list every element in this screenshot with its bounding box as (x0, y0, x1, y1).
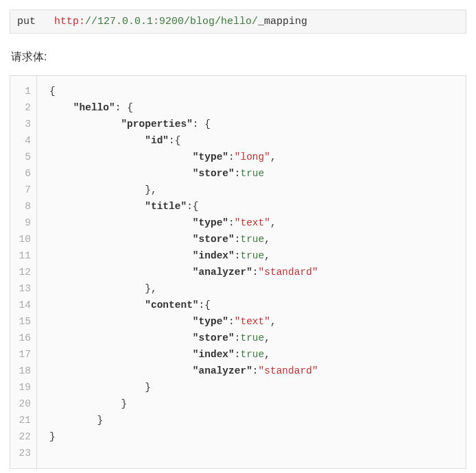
code-token: "text" (235, 217, 270, 228)
line-number: 2 (10, 99, 36, 116)
code-line: "store":true, (49, 231, 466, 247)
code-token: }, (49, 184, 157, 195)
code-token: :{ (169, 135, 180, 146)
line-number: 16 (10, 330, 36, 346)
code-token (49, 332, 193, 343)
code-token: } (49, 398, 127, 409)
code-token: "type" (193, 316, 228, 327)
code-line: { (49, 83, 466, 99)
code-token: } (49, 382, 151, 393)
code-token: "content" (145, 300, 198, 311)
code-token: : (252, 267, 259, 278)
code-token: "type" (193, 217, 228, 228)
code-line: "store":true (49, 165, 466, 182)
code-line: } (49, 428, 466, 445)
line-number: 14 (10, 297, 36, 313)
code-token: , (270, 217, 276, 228)
code-token (49, 135, 145, 146)
code-token (49, 102, 73, 113)
line-number: 21 (10, 412, 36, 428)
code-token: "index" (193, 349, 235, 360)
code-token: } (49, 431, 56, 442)
code-token: "long" (235, 151, 270, 162)
code-line: "index":true, (49, 247, 466, 264)
code-line: "title":{ (49, 198, 466, 215)
line-number: 23 (10, 445, 36, 461)
code-token: , (264, 349, 270, 360)
code-token: true (240, 332, 264, 343)
url-path: //127.0.0.1:9200/blog/hello/ (85, 16, 258, 27)
line-number: 5 (10, 149, 36, 165)
code-line: } (49, 379, 466, 396)
code-line: "analyzer":"standard" (49, 363, 466, 379)
code-token: "standard" (259, 365, 318, 376)
line-number: 20 (10, 396, 36, 412)
url-suffix: _mapping (258, 16, 307, 27)
code-token: "standard" (259, 267, 318, 278)
code-token (49, 168, 193, 179)
code-line: } (49, 412, 466, 428)
code-token: true (240, 349, 264, 360)
code-line: "index":true, (49, 346, 466, 363)
code-token: "properties" (121, 119, 192, 130)
code-token: , (270, 316, 276, 327)
gap (36, 16, 54, 27)
code-token (49, 217, 193, 228)
code-token: "store" (193, 168, 235, 179)
code-token: } (49, 415, 103, 426)
code-token: "title" (145, 201, 187, 212)
line-number: 19 (10, 379, 36, 396)
code-token: }, (49, 283, 157, 294)
code-token (49, 267, 193, 278)
line-number: 10 (10, 231, 36, 247)
line-number: 6 (10, 165, 36, 182)
code-token: true (240, 168, 264, 179)
code-line: "content":{ (49, 297, 466, 313)
code-token: :{ (199, 300, 211, 311)
line-number: 7 (10, 182, 36, 198)
code-token: : { (115, 102, 133, 113)
code-line: }, (49, 280, 466, 297)
code-content[interactable]: { "hello": { "properties": { "id":{ "typ… (37, 76, 466, 468)
code-token (49, 119, 121, 130)
code-token: : (228, 217, 235, 228)
code-line: "store":true, (49, 330, 466, 346)
code-token: true (240, 250, 264, 261)
code-token (49, 300, 145, 311)
code-token (49, 151, 193, 162)
code-token: "hello" (73, 102, 115, 113)
code-token: "id" (145, 135, 169, 146)
code-line: "type":"long", (49, 149, 466, 165)
request-url-box: put http://127.0.0.1:9200/blog/hello/_ma… (10, 10, 466, 34)
code-line (49, 445, 466, 461)
line-number: 1 (10, 83, 36, 99)
request-body-codeblock: 1234567891011121314151617181920212223 { … (10, 75, 466, 469)
code-token: "analyzer" (193, 267, 252, 278)
code-token: "store" (193, 332, 235, 343)
code-token: , (264, 234, 270, 245)
code-token: "type" (193, 151, 228, 162)
code-token: , (270, 151, 276, 162)
code-line: "type":"text", (49, 215, 466, 231)
code-token: "text" (235, 316, 270, 327)
line-number: 22 (10, 428, 36, 445)
code-line: "type":"text", (49, 313, 466, 330)
code-line: "analyzer":"standard" (49, 264, 466, 280)
section-label: 请求体: (11, 50, 465, 64)
code-token: "index" (193, 250, 235, 261)
code-token (49, 250, 193, 261)
code-token (49, 365, 193, 376)
http-method: put (17, 16, 36, 27)
code-line: "id":{ (49, 132, 466, 149)
line-number: 12 (10, 264, 36, 280)
code-line: "hello": { (49, 99, 466, 116)
line-number: 3 (10, 116, 36, 132)
line-number: 11 (10, 247, 36, 264)
code-line: } (49, 396, 466, 412)
line-number-gutter: 1234567891011121314151617181920212223 (10, 76, 37, 468)
code-token: "store" (193, 234, 235, 245)
code-token: : (252, 365, 259, 376)
code-token: { (49, 86, 56, 97)
code-token (49, 349, 193, 360)
code-token (49, 316, 193, 327)
